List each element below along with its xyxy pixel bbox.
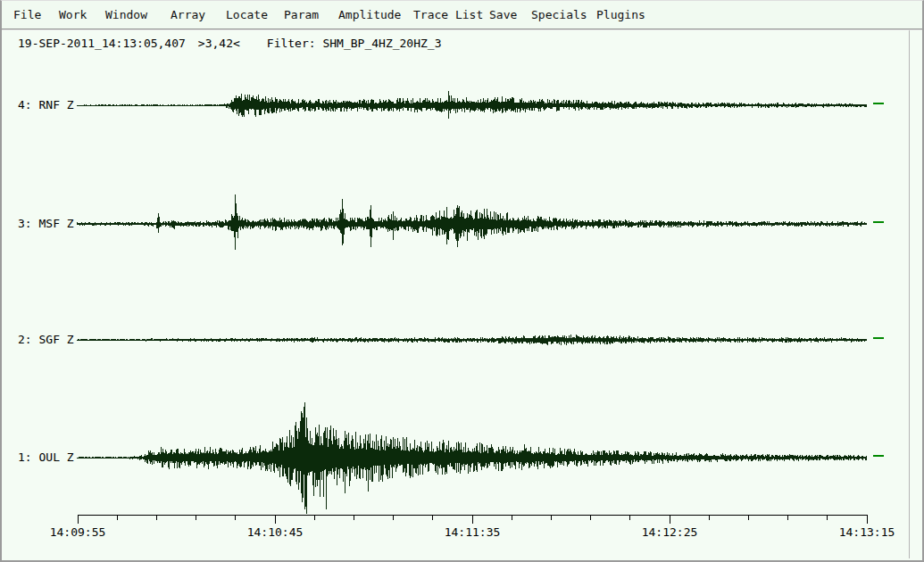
- waveform-sgf[interactable]: [77, 335, 866, 345]
- canvas-right-border: [909, 30, 910, 558]
- trace-label-rnf[interactable]: 4: RNF Z: [18, 98, 74, 112]
- axis-time-label: 14:12:25: [642, 525, 698, 539]
- waveform-msf[interactable]: [77, 194, 866, 250]
- axis-time-label: 14:11:35: [445, 525, 501, 539]
- trace-label-msf[interactable]: 3: MSF Z: [18, 217, 74, 230]
- waveform-rnf[interactable]: [77, 91, 866, 119]
- axis-time-label: 14:13:15: [839, 525, 895, 539]
- trace-display-area[interactable]: 4: RNF Z3: MSF Z2: SGF Z1: OUL Z14:09:55…: [2, 1, 924, 562]
- trace-label-oul[interactable]: 1: OUL Z: [18, 450, 74, 464]
- axis-time-label: 14:09:55: [50, 525, 106, 539]
- axis-time-label: 14:10:45: [247, 525, 304, 539]
- waveform-oul[interactable]: [77, 402, 866, 514]
- shm-main-window: FileWorkWindowArrayLocateParamAmplitudeT…: [0, 0, 924, 562]
- trace-label-sgf[interactable]: 2: SGF Z: [18, 333, 74, 346]
